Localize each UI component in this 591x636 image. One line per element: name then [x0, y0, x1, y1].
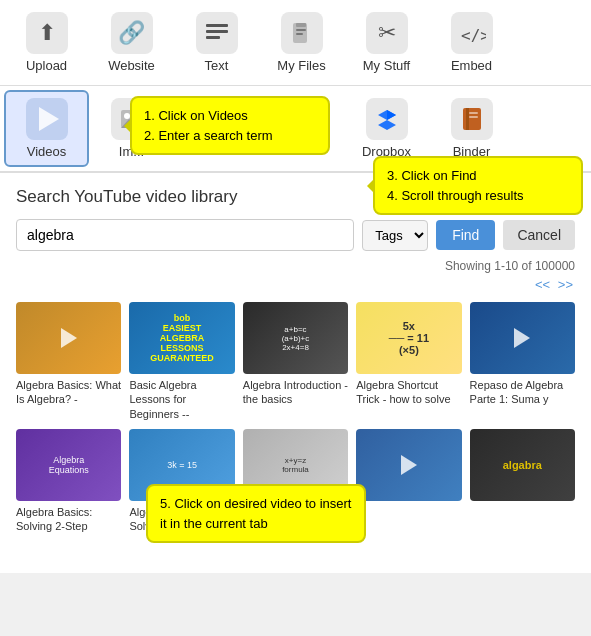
tooltip2-line1: 3. Click on Find [387, 166, 569, 186]
results-nav: << >> [16, 277, 575, 292]
svg-rect-30 [469, 116, 478, 118]
list-item[interactable]: Algebra Basics: What Is Algebra? - [16, 302, 121, 421]
video-thumb: algabra [470, 429, 575, 501]
list-item[interactable]: AlgebraEquations Algebra Basics: Solving… [16, 429, 121, 534]
svg-rect-2 [206, 36, 220, 39]
video-thumb: 5x── = 11(×5) [356, 302, 461, 374]
text-icon [196, 12, 238, 54]
tooltip-2: 3. Click on Find 4. Scroll through resul… [373, 156, 583, 215]
svg-rect-28 [466, 108, 469, 130]
toolbar-embed[interactable]: </> Embed [429, 6, 514, 79]
toolbar-website[interactable]: 🔗 Website [89, 6, 174, 79]
list-item[interactable] [356, 429, 461, 534]
mystuff-icon: ✂ [366, 12, 408, 54]
toolbar-mystuff[interactable]: ✂ My Stuff [344, 6, 429, 79]
tooltip1-line2: 2. Enter a search term [144, 126, 316, 146]
tooltip-1: 1. Click on Videos 2. Enter a search ter… [130, 96, 330, 155]
toolbar-text-label: Text [205, 58, 229, 73]
list-item[interactable]: bo​bEASIESTALGEBRALESSONSGUARANTEED Basi… [129, 302, 234, 421]
toolbar-mystuff-label: My Stuff [363, 58, 410, 73]
video-thumb [16, 302, 121, 374]
svg-rect-4 [296, 23, 306, 27]
video-thumb [356, 429, 461, 501]
list-item[interactable]: algabra [470, 429, 575, 534]
toolbar-upload-label: Upload [26, 58, 67, 73]
list-item[interactable]: a+b=c(a+b)+c2x+4=8 Algebra Introduction … [243, 302, 348, 421]
video-title: Basic Algebra Lessons for Beginners -- [129, 378, 234, 421]
svg-rect-5 [296, 29, 306, 31]
binder-icon [451, 98, 493, 140]
videos-icon [26, 98, 68, 140]
toolbar-row2-wrapper: Videos Im... [0, 86, 591, 173]
search-bar: Tags Find Cancel [16, 219, 575, 251]
svg-rect-1 [206, 30, 228, 33]
svg-rect-0 [206, 24, 228, 27]
video-thumb: a+b=c(a+b)+c2x+4=8 [243, 302, 348, 374]
video-thumb [470, 302, 575, 374]
toolbar-row1: ⬆ Upload 🔗 Website Text My Files ✂ M [0, 0, 591, 86]
cancel-button[interactable]: Cancel [503, 220, 575, 250]
video-title: Algebra Basics: Solving 2-Step [16, 505, 121, 534]
toolbar-website-label: Website [108, 58, 155, 73]
next-page[interactable]: >> [558, 277, 573, 292]
list-item[interactable]: Repaso de Algebra Parte 1: Suma y [470, 302, 575, 421]
main-content: Search YouTube video library Tags Find C… [0, 173, 591, 573]
dropbox-icon [366, 98, 408, 140]
myfiles-icon [281, 12, 323, 54]
toolbar-myfiles[interactable]: My Files [259, 6, 344, 79]
tooltip5-text: 5. Click on desired video to insert it i… [160, 496, 351, 531]
embed-icon: </> [451, 12, 493, 54]
search-input[interactable] [16, 219, 354, 251]
find-button[interactable]: Find [436, 220, 495, 250]
results-info: Showing 1-10 of 100000 [16, 259, 575, 273]
tooltip2-line2: 4. Scroll through results [387, 186, 569, 206]
toolbar-videos[interactable]: Videos [4, 90, 89, 167]
svg-rect-6 [296, 33, 303, 35]
svg-rect-27 [463, 108, 481, 130]
list-item[interactable]: 5x── = 11(×5) Algebra Shortcut Trick - h… [356, 302, 461, 421]
svg-marker-26 [387, 110, 396, 120]
video-title: Repaso de Algebra Parte 1: Suma y [470, 378, 575, 407]
toolbar-upload[interactable]: ⬆ Upload [4, 6, 89, 79]
tags-select[interactable]: Tags [362, 220, 428, 251]
svg-text:</>: </> [461, 26, 486, 45]
website-icon: 🔗 [111, 12, 153, 54]
toolbar-videos-label: Videos [27, 144, 67, 159]
toolbar-myfiles-label: My Files [277, 58, 325, 73]
video-title: Algebra Basics: What Is Algebra? - [16, 378, 121, 407]
video-thumb: bo​bEASIESTALGEBRALESSONSGUARANTEED [129, 302, 234, 374]
tooltip1-line1: 1. Click on Videos [144, 106, 316, 126]
prev-page[interactable]: << [535, 277, 550, 292]
upload-icon: ⬆ [26, 12, 68, 54]
tooltip-5: 5. Click on desired video to insert it i… [146, 484, 366, 543]
toolbar-text[interactable]: Text [174, 6, 259, 79]
video-title: Algebra Shortcut Trick - how to solve [356, 378, 461, 407]
video-title: Algebra Introduction - the basics [243, 378, 348, 407]
video-thumb: AlgebraEquations [16, 429, 121, 501]
toolbar-embed-label: Embed [451, 58, 492, 73]
svg-rect-29 [469, 112, 478, 114]
video-grid: Algebra Basics: What Is Algebra? - bo​bE… [16, 302, 575, 533]
